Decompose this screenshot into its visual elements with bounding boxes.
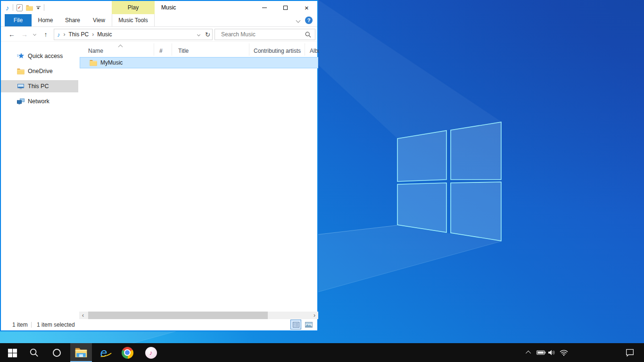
maximize-button[interactable] bbox=[275, 1, 296, 14]
address-dropdown-icon[interactable] bbox=[194, 29, 203, 40]
taskbar-itunes-button[interactable]: ♪ bbox=[140, 343, 162, 362]
quick-access-toolbar: ♪ ✓ bbox=[6, 1, 44, 14]
cortana-ring-icon bbox=[53, 349, 61, 357]
tab-file[interactable]: File bbox=[5, 14, 32, 26]
scrollbar-thumb[interactable] bbox=[88, 312, 268, 319]
recent-locations-dropdown[interactable] bbox=[31, 29, 38, 40]
cortana-button[interactable] bbox=[46, 343, 67, 362]
desktop-screen: ♪ ✓ Play Music × File Home Share View Mu… bbox=[0, 0, 644, 362]
horizontal-scrollbar[interactable]: ‹ › bbox=[79, 312, 318, 319]
chrome-icon bbox=[122, 347, 133, 359]
sidebar-item-network[interactable]: Network bbox=[1, 95, 78, 107]
qat-separator bbox=[13, 4, 13, 11]
address-bar-row: ← → ↑ ♪ › This PC › Music ↻ bbox=[1, 27, 317, 41]
status-divider bbox=[31, 322, 32, 328]
status-bar: 1 item 1 item selected bbox=[1, 319, 317, 330]
start-button[interactable] bbox=[1, 343, 23, 362]
customize-qat-dropdown-icon[interactable] bbox=[36, 6, 41, 9]
navigation-pane: Quick access OneDrive This PC Network bbox=[1, 41, 79, 319]
column-headers: Name # Title Contributing artists Album bbox=[79, 43, 317, 56]
close-button[interactable]: × bbox=[296, 1, 317, 14]
music-note-icon: ♪ bbox=[57, 31, 60, 38]
music-note-icon: ♪ bbox=[6, 4, 9, 11]
internet-explorer-icon: e bbox=[100, 346, 107, 359]
network-icon bbox=[17, 98, 25, 105]
taskbar-search-button[interactable] bbox=[23, 343, 45, 362]
action-center-button[interactable] bbox=[621, 343, 638, 362]
tab-music-tools[interactable]: Music Tools bbox=[112, 14, 155, 26]
sort-ascending-icon bbox=[118, 45, 123, 49]
title-bar[interactable]: ♪ ✓ Play Music × bbox=[1, 1, 317, 14]
minimize-icon bbox=[262, 8, 267, 8]
tab-home[interactable]: Home bbox=[32, 14, 59, 26]
notification-icon bbox=[625, 348, 635, 357]
maximize-icon bbox=[283, 6, 288, 10]
breadcrumb-this-pc[interactable]: This PC bbox=[69, 31, 89, 38]
itunes-icon: ♪ bbox=[145, 347, 157, 359]
file-item-name: MyMusic bbox=[100, 59, 123, 66]
search-icon bbox=[29, 348, 39, 358]
file-explorer-icon bbox=[75, 347, 87, 358]
sidebar-item-onedrive[interactable]: OneDrive bbox=[1, 65, 78, 77]
item-count: 1 item bbox=[12, 321, 28, 328]
sidebar-item-this-pc[interactable]: This PC bbox=[1, 80, 78, 92]
qat-separator bbox=[44, 4, 44, 11]
folder-icon bbox=[17, 67, 25, 75]
tab-play[interactable]: Play bbox=[112, 1, 155, 14]
column-header-name[interactable]: Name bbox=[79, 43, 154, 56]
quick-access-star-icon bbox=[17, 52, 25, 60]
breadcrumb-separator: › bbox=[64, 31, 66, 38]
folder-icon bbox=[90, 59, 97, 66]
properties-check-icon[interactable]: ✓ bbox=[17, 4, 23, 11]
details-view-button[interactable] bbox=[290, 320, 301, 329]
caption-buttons: × bbox=[254, 1, 317, 14]
column-header-contributing-artists[interactable]: Contributing artists bbox=[249, 43, 305, 56]
taskbar: e ♪ bbox=[0, 343, 644, 362]
scroll-left-arrow[interactable]: ‹ bbox=[79, 312, 87, 319]
selection-status: 1 item selected bbox=[37, 321, 75, 328]
window-title: Music bbox=[161, 1, 176, 14]
new-folder-icon[interactable] bbox=[26, 5, 33, 11]
up-button[interactable]: ↑ bbox=[40, 29, 52, 40]
help-icon[interactable]: ? bbox=[305, 16, 313, 24]
expand-ribbon-chevron-icon[interactable] bbox=[296, 18, 301, 23]
tab-view[interactable]: View bbox=[86, 14, 112, 26]
column-header-track-number[interactable]: # bbox=[154, 43, 172, 56]
search-input[interactable] bbox=[215, 31, 305, 38]
ribbon-tab-row: File Home Share View Music Tools ? bbox=[1, 14, 317, 27]
windows-logo-icon bbox=[8, 348, 17, 358]
search-box bbox=[215, 29, 315, 40]
show-hidden-icons-button[interactable] bbox=[522, 343, 536, 362]
scroll-right-arrow[interactable]: › bbox=[311, 312, 318, 319]
tab-share[interactable]: Share bbox=[59, 14, 86, 26]
column-header-album[interactable]: Album bbox=[305, 43, 319, 56]
wifi-tray-icon[interactable] bbox=[558, 343, 570, 362]
address-bar[interactable]: ♪ › This PC › Music bbox=[54, 29, 204, 40]
chevron-up-icon bbox=[526, 351, 531, 356]
taskbar-file-explorer-button[interactable] bbox=[70, 343, 92, 362]
sidebar-item-quick-access[interactable]: Quick access bbox=[1, 50, 78, 62]
taskbar-chrome-button[interactable] bbox=[116, 343, 138, 362]
refresh-button[interactable]: ↻ bbox=[203, 29, 213, 40]
taskbar-internet-explorer-button[interactable]: e bbox=[93, 343, 115, 362]
file-item-mymusic[interactable]: MyMusic bbox=[80, 57, 318, 68]
minimize-button[interactable] bbox=[254, 1, 275, 14]
battery-tray-icon[interactable] bbox=[536, 343, 547, 362]
this-pc-monitor-icon bbox=[17, 82, 25, 90]
breadcrumb-music[interactable]: Music bbox=[97, 31, 112, 38]
search-icon[interactable] bbox=[305, 32, 315, 38]
forward-button[interactable]: → bbox=[19, 29, 30, 40]
file-explorer-window: ♪ ✓ Play Music × File Home Share View Mu… bbox=[0, 0, 318, 331]
column-header-title[interactable]: Title bbox=[172, 43, 249, 56]
breadcrumb-separator: › bbox=[92, 31, 94, 38]
back-button[interactable]: ← bbox=[6, 29, 18, 40]
large-icons-view-button[interactable] bbox=[303, 320, 314, 329]
volume-tray-icon[interactable] bbox=[546, 343, 557, 362]
